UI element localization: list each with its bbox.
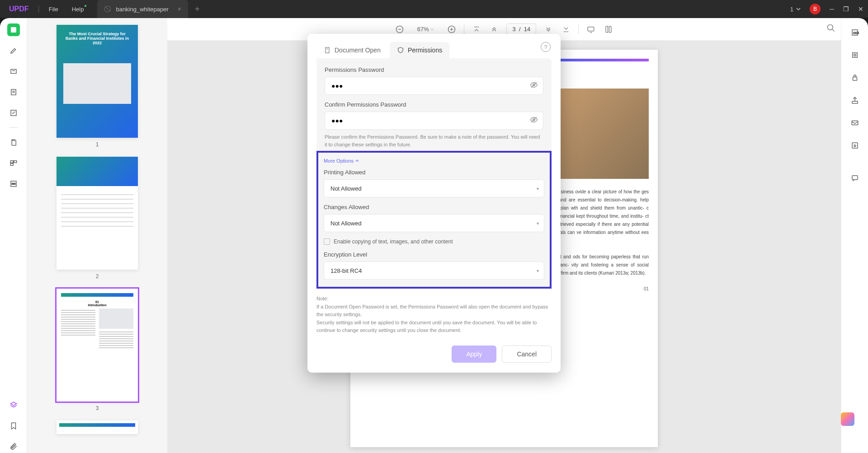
checkbox-icon [324,238,330,245]
more-options-toggle[interactable]: More Options [324,158,544,163]
modal-tabs: Document Open Permissions [307,34,561,58]
printing-select[interactable]: Not Allowed [324,179,544,197]
caret-icon: ▾ [537,221,539,226]
shield-icon [397,47,404,54]
modal-overlay: ? Document Open Permissions Permissions … [0,0,868,453]
caret-icon: ▾ [537,268,539,273]
perm-password-label: Permissions Password [325,66,543,73]
modal-actions: Apply Cancel [307,341,561,373]
note-section: Note: If a Document Open Password is set… [307,289,561,341]
enable-copy-checkbox[interactable]: Enable copying of text, images, and othe… [324,238,544,245]
caret-icon: ▾ [537,186,539,191]
changes-select[interactable]: Not Allowed [324,214,544,232]
confirm-password-input[interactable] [325,112,543,130]
cancel-button[interactable]: Cancel [502,346,552,363]
document-icon [324,47,331,54]
tab-permissions[interactable]: Permissions [390,42,449,58]
modal-help-button[interactable]: ? [541,42,551,52]
show-password-icon[interactable] [530,81,538,91]
printing-label: Printing Allowed [324,169,544,176]
encryption-select[interactable]: 128-bit RC4 [324,262,544,280]
tab-document-open[interactable]: Document Open [316,42,388,58]
show-confirm-password-icon[interactable] [530,116,538,126]
changes-label: Changes Allowed [324,204,544,210]
confirm-hint: Please confirm the Permissions Password.… [325,133,543,148]
more-options-section: More Options Printing Allowed Not Allowe… [316,151,552,289]
encryption-label: Encryption Level [324,251,544,258]
confirm-password-label: Confirm Permissions Password [325,101,543,108]
apply-button[interactable]: Apply [452,346,496,363]
security-modal: ? Document Open Permissions Permissions … [307,34,561,373]
svg-rect-35 [326,47,329,53]
perm-password-input[interactable] [325,77,543,95]
modal-body: Permissions Password Confirm Permissions… [316,58,552,289]
chevron-up-icon [355,159,359,163]
